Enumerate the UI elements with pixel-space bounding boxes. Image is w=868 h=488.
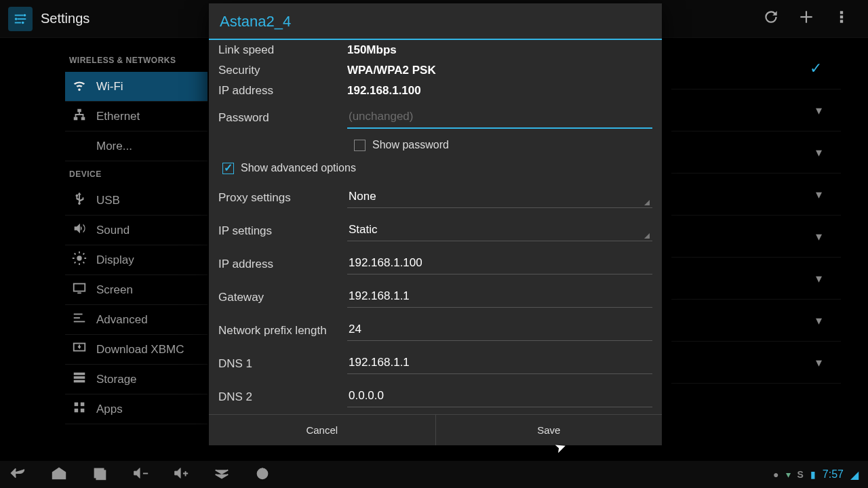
svg-rect-0 — [15, 14, 24, 16]
wifi-network-row[interactable]: ▾ — [671, 258, 841, 300]
tray-download-icon: ▾ — [786, 469, 791, 480]
show-password-checkbox[interactable] — [354, 140, 366, 151]
svg-rect-19 — [74, 321, 85, 323]
dns2-input[interactable] — [347, 386, 652, 407]
ipsettings-spinner[interactable]: Static — [347, 220, 652, 241]
wifi-network-row[interactable]: ▾ — [671, 342, 841, 384]
sidebar-item-label: Storage — [96, 373, 137, 386]
svg-rect-21 — [74, 373, 85, 375]
wifi-network-row[interactable]: ▾ — [671, 131, 841, 174]
link-speed-label: Link speed — [218, 43, 347, 57]
svg-rect-10 — [840, 20, 843, 22]
wifi-network-row[interactable]: ▾ — [671, 216, 841, 258]
show-advanced-row[interactable]: Show advanced options — [218, 158, 652, 178]
ipaddress-label: IP address — [218, 258, 347, 271]
show-advanced-label: Show advanced options — [241, 162, 356, 174]
save-button[interactable]: Save — [435, 415, 663, 445]
password-label: Password — [218, 111, 347, 125]
wifi-network-row[interactable]: ▾ — [671, 89, 841, 131]
svg-rect-9 — [840, 15, 843, 18]
display-icon — [72, 251, 87, 269]
sidebar-item-label: Wi-Fi — [96, 80, 123, 94]
gateway-label: Gateway — [218, 291, 347, 304]
dns1-input[interactable] — [347, 353, 652, 374]
refresh-icon[interactable] — [762, 8, 780, 30]
svg-rect-16 — [77, 292, 81, 293]
sidebar-item-screen[interactable]: Screen — [65, 275, 208, 305]
wifi-network-dialog: Astana2_4 Link speed 150Mbps Security WP… — [209, 3, 662, 445]
sidebar-header-wireless: WIRELESS & NETWORKS — [65, 47, 208, 72]
svg-rect-17 — [74, 314, 83, 315]
svg-rect-25 — [81, 403, 85, 407]
home-button[interactable] — [50, 466, 68, 484]
sidebar-item-display[interactable]: Display — [65, 245, 208, 275]
back-button[interactable] — [9, 466, 27, 484]
gateway-input[interactable] — [347, 287, 652, 308]
cancel-button[interactable]: Cancel — [209, 415, 435, 445]
sidebar-item-apps[interactable]: Apps — [65, 394, 208, 424]
wifi-icon — [72, 77, 87, 96]
wifi-signal-icon: ▾ — [816, 229, 822, 244]
power-button[interactable] — [254, 466, 271, 484]
volume-down-button[interactable]: − — [132, 466, 149, 484]
settings-sidebar: WIRELESS & NETWORKS Wi-Fi Ethernet More.… — [65, 47, 208, 424]
sidebar-header-device: DEVICE — [65, 161, 208, 186]
sidebar-item-label: USB — [96, 194, 120, 207]
svg-point-14 — [77, 256, 81, 260]
ipsettings-value: Static — [347, 220, 652, 241]
add-icon[interactable] — [797, 8, 815, 30]
svg-point-3 — [15, 18, 18, 20]
wifi-network-list: ✓ ▾ ▾ ▾ ▾ ▾ ▾ ▾ — [671, 47, 841, 384]
wifi-signal-icon: ▾ — [816, 145, 822, 160]
settings-app-icon — [8, 7, 33, 31]
svg-rect-18 — [74, 317, 80, 319]
ethernet-icon — [72, 107, 87, 125]
apps-icon — [72, 400, 87, 418]
sidebar-item-sound[interactable]: Sound — [65, 216, 208, 245]
dns1-label: DNS 1 — [218, 357, 347, 371]
proxy-spinner[interactable]: None — [347, 187, 652, 208]
ip-info-value: 192.168.1.100 — [347, 84, 421, 98]
sidebar-item-more[interactable]: More... — [65, 131, 208, 161]
show-advanced-checkbox[interactable] — [222, 163, 234, 174]
wifi-signal-icon: ▾ — [816, 313, 822, 328]
dialog-button-bar: Cancel Save — [209, 414, 662, 445]
wifi-signal-icon: ▾ — [816, 103, 822, 118]
sidebar-item-label: Sound — [96, 224, 130, 237]
tray-dot-icon: ● — [773, 469, 778, 480]
svg-rect-12 — [74, 117, 78, 121]
wifi-network-row[interactable]: ▾ — [671, 174, 841, 216]
prefix-input[interactable] — [347, 320, 652, 341]
svg-rect-24 — [75, 403, 79, 407]
sidebar-item-usb[interactable]: USB — [65, 186, 208, 216]
password-input[interactable] — [347, 107, 652, 129]
svg-rect-26 — [75, 409, 79, 413]
volume-up-button[interactable]: + — [172, 466, 190, 484]
wifi-connected-check[interactable]: ✓ — [671, 47, 841, 89]
sidebar-item-label: Display — [96, 253, 134, 267]
dialog-title: Astana2_4 — [209, 3, 662, 40]
sidebar-item-download-xbmc[interactable]: Download XBMC — [65, 335, 208, 365]
advanced-icon — [72, 310, 87, 329]
wifi-signal-icon: ▾ — [816, 355, 822, 370]
dialog-body[interactable]: Link speed 150Mbps Security WPA/WPA2 PSK… — [209, 40, 662, 414]
recent-apps-button[interactable] — [91, 466, 108, 484]
sidebar-item-wifi[interactable]: Wi-Fi — [65, 72, 208, 102]
ipaddress-input[interactable] — [347, 253, 652, 274]
tray-battery-icon: ▮ — [810, 469, 816, 480]
link-speed-value: 150Mbps — [347, 43, 397, 57]
wifi-network-row[interactable]: ▾ — [671, 300, 841, 342]
status-clock: 7:57 — [823, 468, 844, 481]
status-tray[interactable]: ● ▾ S ▮ 7:57 ◢ — [773, 468, 859, 481]
svg-rect-15 — [74, 284, 85, 291]
sidebar-item-storage[interactable]: Storage — [65, 365, 208, 394]
proxy-value: None — [347, 187, 652, 208]
dns2-label: DNS 2 — [218, 390, 347, 404]
sidebar-item-advanced[interactable]: Advanced — [65, 305, 208, 335]
hide-bar-button[interactable] — [213, 466, 231, 484]
sound-icon — [72, 221, 87, 239]
sidebar-item-ethernet[interactable]: Ethernet — [65, 102, 208, 131]
show-password-row[interactable]: Show password — [218, 135, 652, 155]
system-navbar: − + ● ▾ S ▮ 7:57 ◢ — [0, 461, 868, 488]
overflow-menu-icon[interactable] — [833, 8, 850, 30]
